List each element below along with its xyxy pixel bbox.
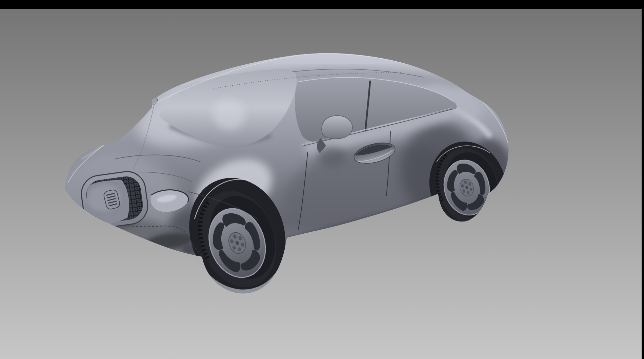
window-right-strip (642, 0, 644, 359)
3d-viewport[interactable] (0, 9, 642, 359)
viewport-container (0, 9, 642, 359)
window-top-bar (0, 0, 644, 9)
application-window (0, 0, 644, 359)
